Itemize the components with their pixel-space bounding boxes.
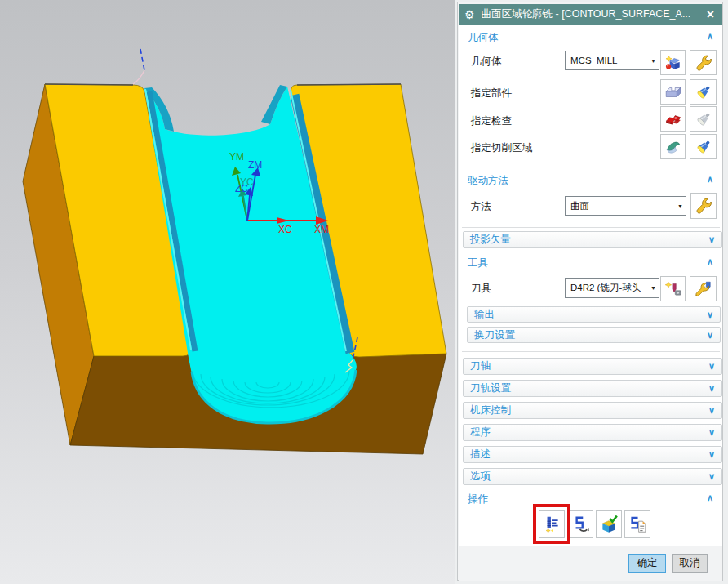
cut-area-icon	[664, 138, 682, 156]
group-header-description[interactable]: 描述 ∨	[463, 446, 722, 463]
chevron-up-icon[interactable]: ∧	[704, 31, 717, 42]
tool-dropdown[interactable]: D4R2 (铣刀-球头 ▼	[565, 278, 659, 298]
group-header-path-settings[interactable]: 刀轨设置 ∨	[463, 380, 722, 397]
program-label: 程序	[470, 426, 491, 439]
chevron-down-icon: ∨	[708, 234, 715, 245]
method-label: 方法	[471, 200, 491, 214]
wrench-icon	[695, 197, 712, 215]
specify-part-label: 指定部件	[471, 87, 512, 100]
flashlight-icon	[695, 83, 712, 101]
verify-toolpath-button[interactable]	[596, 510, 622, 538]
axis-label-zm: ZM	[248, 159, 262, 171]
chevron-up-icon[interactable]: ∧	[704, 174, 717, 185]
dropdown-arrow-icon: ▼	[675, 203, 683, 209]
method-dropdown[interactable]: 曲面 ▼	[565, 196, 686, 216]
chevron-down-icon: ∨	[707, 310, 713, 320]
dialog-titlebar[interactable]: ⚙ 曲面区域轮廓铣 - [CONTOUR_SURFACE_A... ×	[459, 4, 722, 25]
axis-label-xc: XC	[278, 224, 292, 235]
flashlight-icon	[695, 138, 712, 156]
specify-check-label: 指定检查	[471, 114, 512, 128]
group-header-geometry[interactable]: 几何体	[468, 31, 499, 45]
dropdown-arrow-icon: ▼	[648, 58, 656, 64]
close-icon[interactable]: ×	[704, 7, 717, 22]
highlight-box	[533, 504, 570, 544]
edit-geometry-button[interactable]	[690, 50, 717, 75]
specify-cut-area-label: 指定切削区域	[471, 141, 532, 155]
group-header-options[interactable]: 选项 ∨	[463, 468, 722, 485]
path-settings-label: 刀轨设置	[470, 381, 511, 395]
list-toolpath-button[interactable]	[624, 510, 650, 538]
axis-label-xm: XM	[314, 224, 329, 235]
replay-toolpath-icon	[570, 515, 590, 534]
group-header-drive-method[interactable]: 驱动方法	[468, 174, 508, 188]
verify-toolpath-icon	[599, 515, 619, 534]
chevron-up-icon[interactable]: ∧	[704, 493, 717, 503]
select-cut-area-button[interactable]	[660, 134, 686, 159]
method-dropdown-value: 曲面	[570, 200, 589, 212]
group-header-actions[interactable]: 操作	[468, 493, 488, 506]
subgroup-tool-change[interactable]: 换刀设置 ∨	[467, 327, 721, 343]
flashlight-gray-icon	[695, 110, 712, 128]
chevron-down-icon: ∨	[708, 405, 715, 416]
new-tool-button[interactable]	[660, 276, 686, 301]
ok-button[interactable]: 确定	[628, 554, 666, 573]
tool-label: 刀具	[471, 282, 491, 296]
part-geometry-icon	[664, 83, 682, 101]
tool-settings-button[interactable]	[690, 276, 717, 301]
tool-change-label: 换刀设置	[474, 328, 515, 342]
model-scene: YM ZM YC ZC XC XM	[0, 0, 455, 584]
chevron-up-icon[interactable]: ∧	[704, 256, 717, 267]
chevron-down-icon: ∨	[708, 471, 715, 482]
replay-toolpath-button[interactable]	[567, 510, 593, 538]
chevron-down-icon: ∨	[708, 383, 715, 394]
geometry-label: 几何体	[471, 55, 502, 69]
subgroup-output[interactable]: 输出 ∨	[467, 306, 721, 323]
chevron-down-icon: ∨	[708, 427, 715, 438]
description-label: 描述	[470, 448, 491, 461]
new-geometry-button[interactable]	[660, 50, 686, 75]
group-header-program[interactable]: 程序 ∨	[463, 424, 722, 441]
dropdown-arrow-icon: ▼	[648, 285, 656, 291]
part-flashlight-button[interactable]	[690, 79, 717, 105]
select-part-button[interactable]	[660, 79, 686, 105]
cancel-button[interactable]: 取消	[672, 554, 708, 573]
chevron-down-icon: ∨	[708, 449, 715, 460]
check-geometry-icon	[664, 110, 682, 128]
axis-label-zc: ZC	[235, 183, 248, 194]
check-flashlight-button-disabled	[690, 106, 717, 132]
axis-label-ym: YM	[229, 151, 244, 163]
projection-vector-label: 投影矢量	[470, 233, 511, 247]
viewport-3d[interactable]: YM ZM YC ZC XC XM	[0, 0, 455, 584]
geometry-dropdown-value: MCS_MILL	[570, 56, 618, 65]
chevron-down-icon: ∨	[707, 330, 713, 341]
geometry-dropdown[interactable]: MCS_MILL ▼	[565, 51, 659, 70]
group-header-tool[interactable]: 工具	[468, 256, 488, 270]
gear-icon: ⚙	[464, 9, 475, 20]
wrench-icon	[695, 54, 712, 72]
dialog-title: 曲面区域轮廓铣 - [CONTOUR_SURFACE_A...	[482, 7, 704, 21]
tool-axis-label: 刀轴	[470, 359, 491, 373]
group-header-tool-axis[interactable]: 刀轴 ∨	[463, 358, 722, 375]
list-toolpath-icon	[628, 515, 647, 534]
new-tool-icon	[664, 280, 682, 298]
cut-area-flashlight-button[interactable]	[690, 134, 717, 159]
group-header-machine-control[interactable]: 机床控制 ∨	[463, 402, 722, 419]
tool-dropdown-value: D4R2 (铣刀-球头	[570, 282, 641, 294]
new-geometry-icon	[664, 54, 682, 72]
select-check-button[interactable]	[660, 106, 686, 132]
chevron-down-icon: ∨	[708, 361, 715, 372]
tool-wrench-icon	[695, 280, 712, 298]
output-label: 输出	[474, 308, 495, 322]
group-header-projection-vector[interactable]: 投影矢量 ∨	[463, 231, 722, 248]
machine-control-label: 机床控制	[470, 403, 511, 417]
options-label: 选项	[470, 470, 491, 484]
edit-drive-method-button[interactable]	[690, 193, 717, 219]
